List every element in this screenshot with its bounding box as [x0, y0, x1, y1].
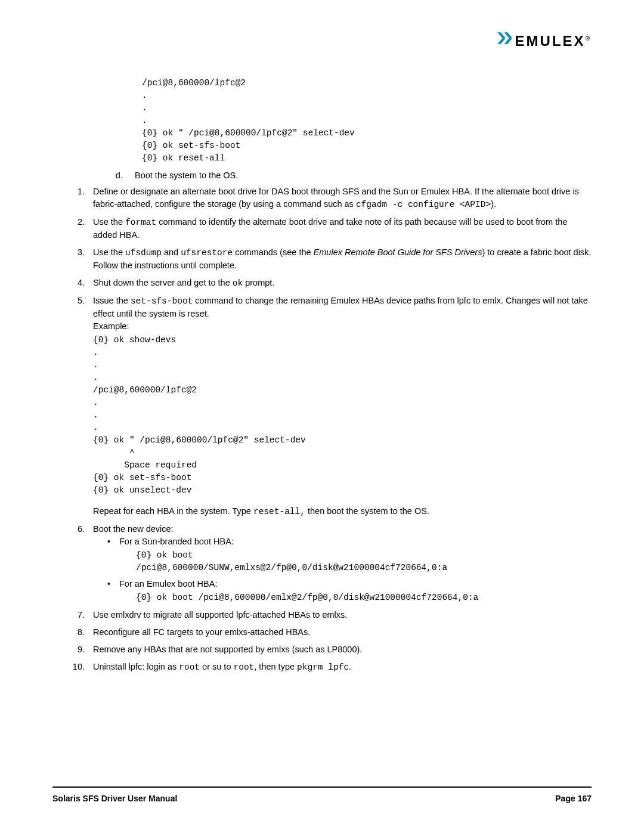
- logo-text: EMULEX®: [515, 31, 592, 52]
- step-10-code: {0} ok show-devs . . . /pci@8,600000/lpf…: [93, 334, 592, 497]
- logo-icon: [495, 30, 512, 53]
- step-11-bullets: For a Sun-branded boot HBA: {0} ok boot …: [105, 535, 592, 604]
- step-12: Use emlxdrv to migrate all supported lpf…: [87, 609, 592, 621]
- step-15: Uninstall lpfc: login as root or su to r…: [87, 661, 592, 674]
- page-footer: Solaris SFS Driver User Manual Page 167: [52, 786, 592, 804]
- step-10: Issue the set-sfs-boot command to change…: [87, 295, 592, 518]
- step-8: Use the ufsdump and ufsrestore commands …: [87, 246, 592, 272]
- example-label: Example:: [93, 320, 592, 333]
- main-ordered-list: Define or designate an alternate boot dr…: [87, 185, 592, 674]
- step-14: Remove any HBAs that are not supported b…: [87, 643, 592, 656]
- step-7: Use the format command to identify the a…: [87, 216, 592, 241]
- step-5e: Boot the system to the OS.: [130, 169, 592, 182]
- step-6: Define or designate an alternate boot dr…: [87, 185, 592, 211]
- step-9: Shut down the server and get to the ok p…: [87, 277, 592, 290]
- code-block-pre-e: /pci@8,600000/lpfc@2 . . . {0} ok " /pci…: [142, 77, 592, 165]
- footer-page: Page 167: [555, 792, 592, 804]
- step-11: Boot the new device: For a Sun-branded b…: [87, 523, 592, 604]
- sublist-alpha: Boot the system to the OS.: [118, 169, 592, 182]
- code-sun-hba: {0} ok boot /pci@8,600000/SUNW,emlxs@2/f…: [136, 549, 592, 574]
- bullet-sun-hba: For a Sun-branded boot HBA: {0} ok boot …: [105, 535, 592, 574]
- footer-title: Solaris SFS Driver User Manual: [52, 792, 177, 804]
- page-header: EMULEX®: [52, 30, 592, 53]
- step-10-repeat: Repeat for each HBA in the system. Type …: [93, 505, 592, 518]
- brand-logo: EMULEX®: [495, 30, 592, 53]
- step-13: Reconfigure all FC targets to your emlxs…: [87, 626, 592, 639]
- document-content: /pci@8,600000/lpfc@2 . . . {0} ok " /pci…: [52, 77, 592, 674]
- bullet-emulex-hba: For an Emulex boot HBA: {0} ok boot /pci…: [105, 578, 592, 604]
- code-emulex-hba: {0} ok boot /pci@8,600000/emlx@2/fp@0,0/…: [136, 592, 592, 604]
